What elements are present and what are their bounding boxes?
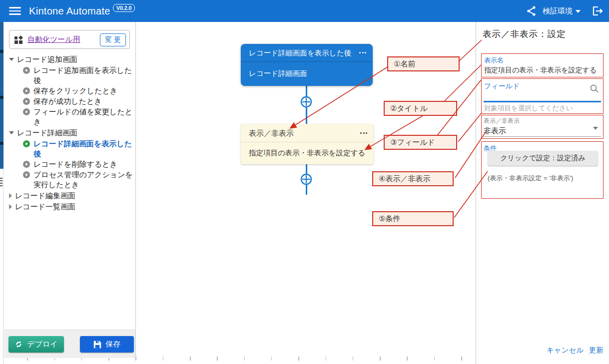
chevron-down-icon[interactable] xyxy=(576,10,581,13)
node-menu-icon[interactable] xyxy=(359,52,366,53)
logout-icon[interactable] xyxy=(592,5,604,17)
sidebar-tree: レコード追加画面 レコード追加画面を表示した後 保存をクリックしたとき 保存が成… xyxy=(6,54,134,212)
tree-item[interactable]: 保存をクリックしたとき xyxy=(6,86,134,96)
tree-group-label: レコード追加画面 xyxy=(17,54,77,64)
visibility-label: 表示／非表示 xyxy=(482,115,603,125)
version-badge: V0.2.0 xyxy=(113,4,135,12)
sync-icon xyxy=(14,340,23,349)
save-button-label: 保存 xyxy=(106,340,121,349)
tree-group-3[interactable]: レコード一覧画面 xyxy=(6,201,134,212)
deploy-button-label: デプロイ xyxy=(27,340,57,349)
node-menu-icon[interactable] xyxy=(360,132,367,134)
visibility-underline xyxy=(484,136,601,137)
update-button[interactable]: 更新 xyxy=(589,346,604,355)
tree-item[interactable]: レコード詳細画面を表示した後 xyxy=(6,139,134,159)
condition-set-button[interactable]: クリックで設定：設定済み xyxy=(488,151,598,166)
trigger-node[interactable]: レコード詳細画面を表示した後 レコード詳細画面 xyxy=(241,44,373,86)
dropdown-caret-icon[interactable] xyxy=(593,127,598,130)
tree-group-0[interactable]: レコード追加画面 xyxy=(6,54,134,65)
tree-group-label: レコード詳細画面 xyxy=(17,128,77,138)
play-icon xyxy=(23,67,30,74)
tree-item-label: プロセス管理のアクションを実行したとき xyxy=(33,170,134,190)
condition-summary: (表示・非表示設定 = '非表示') xyxy=(488,174,573,183)
display-name-value[interactable]: 指定項目の表示・非表示を設定する xyxy=(482,65,603,75)
save-floppy-icon xyxy=(93,341,101,349)
sidebar: 自動化ツール用 変 更 レコード追加画面 レコード追加画面を表示した後 保存をク… xyxy=(4,22,136,358)
field-input-placeholder[interactable]: 対象項目を選択してください xyxy=(484,104,573,113)
environment-selector[interactable]: 検証環境 xyxy=(543,0,573,22)
display-name-field-group: 表示名 指定項目の表示・非表示を設定する xyxy=(481,53,604,77)
tree-item-label: 保存が成功したとき xyxy=(33,96,102,106)
tree-item[interactable]: 保存が成功したとき xyxy=(6,96,134,106)
tree-group-2[interactable]: レコード編集画面 xyxy=(6,190,134,201)
action-node-subtitle: 指定項目の表示・非表示を設定する xyxy=(241,142,374,164)
tree-item[interactable]: レコードを削除するとき xyxy=(6,159,134,169)
tree-item[interactable]: レコード追加画面を表示した後 xyxy=(6,65,134,85)
tree-group-1[interactable]: レコード詳細画面 xyxy=(6,127,134,138)
app-blocks-icon xyxy=(14,35,23,46)
current-app-box: 自動化ツール用 変 更 xyxy=(9,30,130,49)
sidebar-footer: デプロイ 保存 xyxy=(4,330,135,358)
tree-item-label: レコード追加画面を表示した後 xyxy=(33,65,134,85)
action-node[interactable]: 表示／非表示 指定項目の表示・非表示を設定する xyxy=(241,124,374,164)
play-icon xyxy=(23,140,30,147)
tree-group-label: レコード一覧画面 xyxy=(15,202,75,212)
tree-item[interactable]: プロセス管理のアクションを実行したとき xyxy=(6,170,134,190)
tree-item[interactable]: フィールドの値を変更したとき xyxy=(6,107,134,127)
app-title: Kintone Automate xyxy=(29,0,110,22)
add-node-button[interactable] xyxy=(300,96,312,108)
save-button[interactable]: 保存 xyxy=(80,336,134,353)
annotation-box-5: ⑤条件 xyxy=(372,211,454,226)
tree-item-label: レコード詳細画面を表示した後 xyxy=(33,139,134,159)
field-label: フィールド xyxy=(482,79,603,91)
annotation-box-4: ④表示／非表示 xyxy=(372,171,454,186)
deploy-button[interactable]: デプロイ xyxy=(8,336,64,353)
annotation-box-2: ②タイトル xyxy=(384,101,457,116)
visibility-select-group[interactable]: 表示／非表示 非表示 xyxy=(481,115,604,139)
tree-caret-icon xyxy=(9,193,12,198)
play-icon xyxy=(23,87,30,94)
tree-item-label: 保存をクリックしたとき xyxy=(33,86,117,96)
add-node-button[interactable] xyxy=(300,173,312,185)
tree-group-label: レコード編集画面 xyxy=(15,191,75,201)
visibility-value[interactable]: 非表示 xyxy=(482,125,603,136)
share-icon[interactable] xyxy=(526,5,538,17)
settings-panel: 表示／非表示：設定 表示名 指定項目の表示・非表示を設定する フィールド 対象項… xyxy=(476,22,609,364)
annotation-box-1: ①名前 xyxy=(387,56,460,71)
change-app-button[interactable]: 変 更 xyxy=(100,33,126,46)
tree-caret-icon xyxy=(9,131,14,134)
tree-item-label: フィールドの値を変更したとき xyxy=(33,107,134,127)
annotation-box-3: ③フィールド xyxy=(384,135,457,150)
trigger-node-subtitle: レコード詳細画面 xyxy=(241,62,373,85)
play-icon xyxy=(23,98,30,105)
panel-title: 表示／非表示：設定 xyxy=(483,28,566,40)
display-name-label: 表示名 xyxy=(482,54,603,65)
app-name-link[interactable]: 自動化ツール用 xyxy=(27,30,80,48)
action-node-title: 表示／非表示 xyxy=(249,129,294,137)
play-icon xyxy=(23,171,30,178)
hamburger-menu-icon[interactable] xyxy=(9,7,21,15)
cancel-button[interactable]: キャンセル xyxy=(547,346,584,355)
field-input-underline xyxy=(484,101,601,102)
left-edge-strip xyxy=(0,22,3,364)
play-icon xyxy=(23,108,30,115)
tree-caret-icon xyxy=(9,204,12,209)
app-header: Kintone Automate V0.2.0 検証環境 xyxy=(0,0,609,22)
condition-group: 条件 クリックで設定：設定済み (表示・非表示設定 = '非表示') xyxy=(481,141,604,199)
field-select-group: フィールド 対象項目を選択してください xyxy=(481,78,604,114)
tree-caret-icon xyxy=(9,58,14,61)
trigger-node-title: レコード詳細画面を表示した後 xyxy=(249,49,351,57)
search-icon[interactable] xyxy=(590,84,599,95)
play-icon xyxy=(23,161,30,168)
tree-item-label: レコードを削除するとき xyxy=(33,159,117,169)
